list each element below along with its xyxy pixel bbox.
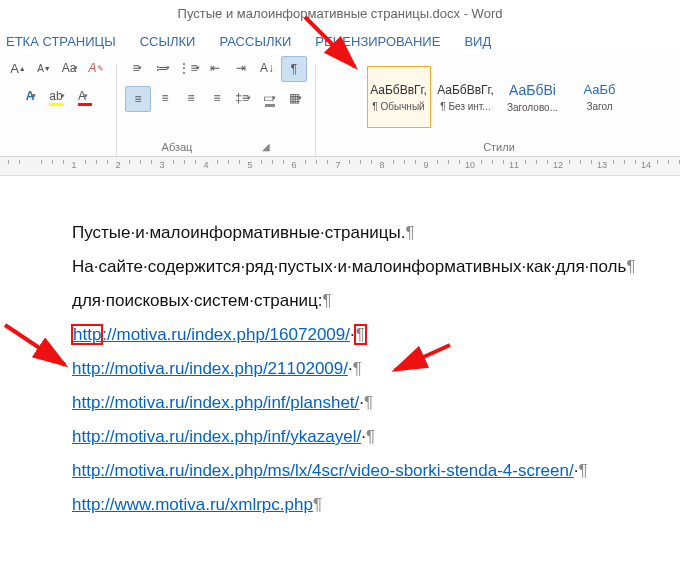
style-heading1[interactable]: АаБбВіЗаголово... xyxy=(501,66,565,128)
paragraph-group: ≡▾ ≔▾ ⋮≡▾ ⇤ ⇥ A↓ ¶ ≡ ≡ ≡ ≡ ‡≡▾ ▭▾ ▦▾ Абз… xyxy=(119,56,313,156)
hyperlink[interactable]: http://motiva.ru/index.php/ms/lx/4scr/vi… xyxy=(72,461,574,480)
decrease-indent-button[interactable]: ⇤ xyxy=(203,56,227,80)
paragraph[interactable]: На·сайте·содержится·ряд·пустых·и·малоинф… xyxy=(72,250,680,284)
change-case-button[interactable]: Aa▾ xyxy=(58,56,82,80)
paragraph[interactable]: http://www.motiva.ru/xmlrpc.php¶ xyxy=(72,488,680,522)
window-title: Пустые и малоинформативные страницы.docx… xyxy=(0,0,680,28)
increase-indent-button[interactable]: ⇥ xyxy=(229,56,253,80)
ribbon-tabs: ЕТКА СТРАНИЦЫ ССЫЛКИ РАССЫЛКИ РЕЦЕНЗИРОВ… xyxy=(0,28,680,54)
justify-button[interactable]: ≡ xyxy=(205,86,229,110)
styles-group-label: Стили xyxy=(483,138,515,156)
hyperlink[interactable]: http://motiva.ru/index.php/inf/ykazayel/ xyxy=(72,427,361,446)
align-center-button[interactable]: ≡ xyxy=(153,86,177,110)
highlight-button[interactable]: ab▾ xyxy=(45,84,69,108)
grow-font-button[interactable]: A▲ xyxy=(6,56,30,80)
tab-page-layout[interactable]: ЕТКА СТРАНИЦЫ xyxy=(6,34,116,49)
styles-group: АаБбВвГг,¶ Обычный АаБбВвГг,¶ Без инт...… xyxy=(318,56,680,156)
hyperlink[interactable]: http://motiva.ru/index.php/inf/planshet/ xyxy=(72,393,359,412)
hyperlink[interactable]: http://motiva.ru/index.php/16072009/ xyxy=(72,325,350,344)
font-color-button[interactable]: A▾ xyxy=(71,84,95,108)
paragraph[interactable]: http://motiva.ru/index.php/inf/ykazayel/… xyxy=(72,420,680,454)
multilevel-button[interactable]: ⋮≡▾ xyxy=(177,56,201,80)
clear-format-button[interactable]: A✎ xyxy=(84,56,108,80)
shrink-font-button[interactable]: A▼ xyxy=(32,56,56,80)
document-body[interactable]: Пустые·и·малоинформативные·страницы.¶На·… xyxy=(0,176,680,522)
bullets-button[interactable]: ≡▾ xyxy=(125,56,149,80)
ribbon: A▲ A▼ Aa▾ A✎ A▾ ab▾ A▾ ≡▾ ≔▾ ⋮≡▾ ⇤ ⇥ A↓ xyxy=(0,54,680,157)
paragraph[interactable]: http://motiva.ru/index.php/21102009/·¶ xyxy=(72,352,680,386)
sort-button[interactable]: A↓ xyxy=(255,56,279,80)
align-right-button[interactable]: ≡ xyxy=(179,86,203,110)
show-pilcrow-button[interactable]: ¶ xyxy=(281,56,307,82)
hyperlink[interactable]: http://motiva.ru/index.php/21102009/ xyxy=(72,359,348,378)
hyperlink[interactable]: http://www.motiva.ru/xmlrpc.php xyxy=(72,495,313,514)
paragraph[interactable]: http://motiva.ru/index.php/16072009/·¶ xyxy=(72,318,680,352)
align-left-button[interactable]: ≡ xyxy=(125,86,151,112)
paragraph[interactable]: http://motiva.ru/index.php/ms/lx/4scr/vi… xyxy=(72,454,680,488)
style-no-spacing[interactable]: АаБбВвГг,¶ Без инт... xyxy=(434,66,498,128)
tab-view[interactable]: ВИД xyxy=(464,34,491,49)
paragraph[interactable]: для·поисковых·систем·страниц:¶ xyxy=(72,284,680,318)
shading-button[interactable]: ▭▾ xyxy=(257,86,281,110)
font-color-bar xyxy=(78,103,92,106)
highlight-color-bar xyxy=(49,103,63,106)
paragraph[interactable]: http://motiva.ru/index.php/inf/planshet/… xyxy=(72,386,680,420)
ruler[interactable]: 123456789101112131415 xyxy=(0,157,680,176)
tab-links[interactable]: ССЫЛКИ xyxy=(140,34,196,49)
tab-review[interactable]: РЕЦЕНЗИРОВАНИЕ xyxy=(315,34,440,49)
text-effects-button[interactable]: A▾ xyxy=(19,84,43,108)
borders-button[interactable]: ▦▾ xyxy=(283,86,307,110)
line-spacing-button[interactable]: ‡≡▾ xyxy=(231,86,255,110)
numbering-button[interactable]: ≔▾ xyxy=(151,56,175,80)
style-normal[interactable]: АаБбВвГг,¶ Обычный xyxy=(367,66,431,128)
font-group: A▲ A▼ Aa▾ A✎ A▾ ab▾ A▾ xyxy=(0,56,114,156)
tab-mail[interactable]: РАССЫЛКИ xyxy=(219,34,291,49)
paragraph-group-label: Абзац xyxy=(162,138,193,156)
paragraph[interactable]: Пустые·и·малоинформативные·страницы.¶ xyxy=(72,216,680,250)
paragraph-dialog-launcher[interactable]: ◢ xyxy=(262,138,270,156)
style-heading2[interactable]: АаБбЗагол xyxy=(568,66,632,128)
